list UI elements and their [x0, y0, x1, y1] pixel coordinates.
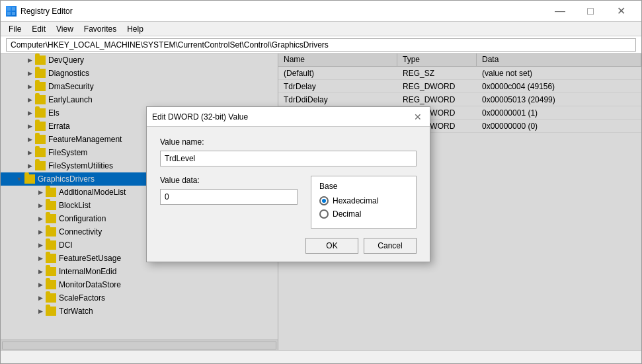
menu-favorites[interactable]: Favorites	[79, 23, 122, 35]
main-content: ▶ DevQuery ▶ Diagnostics ▶ DmaSecur	[1, 54, 641, 350]
app-icon	[6, 6, 17, 17]
decimal-radio[interactable]: Decimal	[319, 209, 408, 219]
menu-view[interactable]: View	[51, 23, 79, 35]
svg-rect-1	[12, 7, 15, 11]
dialog-close-button[interactable]: ✕	[411, 110, 424, 124]
dialog-left-section: Value data:	[160, 176, 298, 229]
dialog-middle-row: Value data: Base Hexadecimal Decim	[160, 176, 417, 229]
svg-rect-0	[7, 7, 11, 11]
menu-file[interactable]: File	[3, 23, 26, 35]
dialog-title: Edit DWORD (32-bit) Value	[152, 112, 411, 122]
decimal-label: Decimal	[333, 209, 361, 219]
cancel-button[interactable]: Cancel	[364, 238, 417, 254]
value-name-label: Value name:	[160, 137, 417, 147]
value-data-input[interactable]	[160, 189, 298, 205]
titlebar-buttons: — □ ✕	[545, 1, 636, 22]
decimal-radio-btn[interactable]	[319, 209, 329, 219]
menubar: File Edit View Favorites Help	[1, 22, 641, 36]
hexadecimal-radio[interactable]: Hexadecimal	[319, 196, 408, 205]
titlebar-title: Registry Editor	[20, 7, 545, 16]
statusbar	[1, 350, 641, 363]
value-data-label: Value data:	[160, 176, 298, 185]
svg-rect-2	[7, 12, 11, 15]
minimize-button[interactable]: —	[545, 1, 575, 22]
menu-help[interactable]: Help	[122, 23, 149, 35]
titlebar: Registry Editor — □ ✕	[1, 1, 641, 22]
base-label: Base	[319, 182, 408, 191]
close-button[interactable]: ✕	[606, 1, 636, 22]
addressbar	[1, 36, 641, 54]
svg-rect-3	[12, 12, 15, 15]
ok-button[interactable]: OK	[305, 238, 358, 254]
modal-overlay: Edit DWORD (32-bit) Value ✕ Value name: …	[1, 54, 641, 350]
dialog-buttons: OK Cancel	[160, 238, 417, 254]
dialog-body: Value name: Value data: Base Hexadecimal	[147, 127, 430, 262]
value-name-input[interactable]	[160, 151, 417, 166]
registry-editor-window: Registry Editor — □ ✕ File Edit View Fav…	[0, 0, 642, 364]
hexadecimal-label: Hexadecimal	[333, 196, 378, 205]
address-input[interactable]	[6, 38, 636, 52]
base-section: Base Hexadecimal Decimal	[311, 176, 417, 229]
maximize-button[interactable]: □	[575, 1, 606, 22]
hexadecimal-radio-btn[interactable]	[319, 196, 329, 205]
dialog-titlebar: Edit DWORD (32-bit) Value ✕	[147, 107, 430, 127]
edit-dword-dialog: Edit DWORD (32-bit) Value ✕ Value name: …	[146, 106, 430, 262]
menu-edit[interactable]: Edit	[26, 23, 51, 35]
